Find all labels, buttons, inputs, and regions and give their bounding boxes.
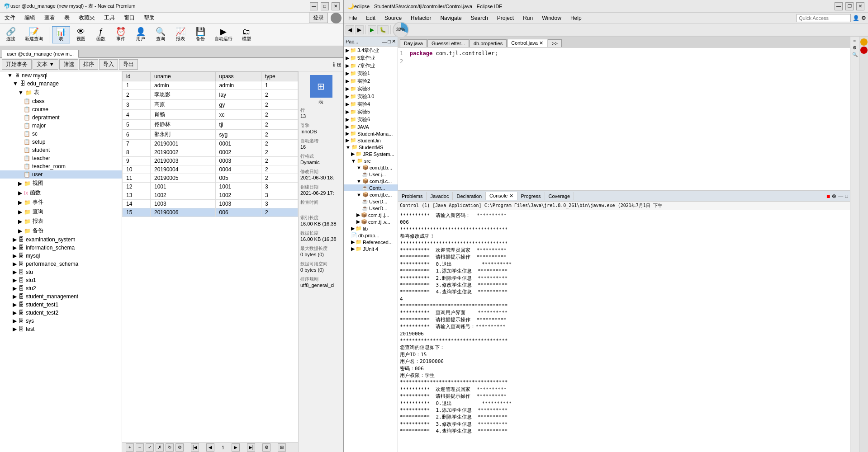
pkg-item-referenced[interactable]: ▶ 📁 Referenced... <box>344 239 398 245</box>
tree-item-queries[interactable]: ▶ 📁 查询 <box>0 207 122 217</box>
emenu-file[interactable]: File <box>346 14 360 22</box>
eclipse-restore-btn[interactable]: ❐ <box>845 2 854 10</box>
tree-item-new-mysql[interactable]: ▼ 🖥 new mysql <box>0 71 122 80</box>
e-tb-fwd[interactable]: ▶ <box>355 25 364 34</box>
quick-access-input[interactable] <box>797 14 851 22</box>
pkg-item-student-jin[interactable]: ▶ 📁 StudentJin <box>344 137 398 144</box>
menu-window[interactable]: 窗口 <box>121 13 138 23</box>
pkg-item-34[interactable]: ▶ 📁 3.4章作业 <box>344 47 398 54</box>
pkg-item-comtjlb[interactable]: ▼ 📦 com.tjl.b... <box>344 164 398 171</box>
tb-event[interactable]: ⏰ 事件 <box>112 26 130 43</box>
right-btn-2[interactable]: ⚙ <box>853 45 857 50</box>
error-marker-2[interactable] <box>860 47 868 54</box>
emenu-window[interactable]: Window <box>539 14 564 22</box>
tab-guesssletter[interactable]: GuesssLetter... <box>427 39 469 47</box>
tb-backup[interactable]: 💾 备份 <box>191 26 209 43</box>
tab-user-table[interactable]: user @edu_manage (new m... <box>2 50 79 58</box>
tree-item-test[interactable]: ▶ 🗄 test <box>0 325 122 333</box>
tb-table[interactable]: 📊 表 <box>52 26 70 43</box>
table-row[interactable]: 13100210023 <box>123 191 298 200</box>
console-content[interactable]: ********** 请输入新密码： **********006********… <box>398 210 850 452</box>
tree-item-setup[interactable]: 📋 setup <box>0 138 122 146</box>
menu-tools[interactable]: 工具 <box>101 13 118 23</box>
tab-control-java[interactable]: Control.java ✕ <box>507 39 547 47</box>
menu-help[interactable]: 帮助 <box>141 13 157 23</box>
tree-item-tables[interactable]: ▼ 📁 表 <box>0 88 122 97</box>
tb-connect[interactable]: 🔗 连接 <box>2 26 20 43</box>
e-tb-back[interactable]: ◀ <box>346 25 354 34</box>
btn-cancel-edit[interactable]: ✗ <box>156 443 164 452</box>
tree-item-course[interactable]: 📋 course <box>0 105 122 113</box>
tree-item-events[interactable]: ▶ 📁 事件 <box>0 198 122 207</box>
btn-next-page[interactable]: ▶ <box>232 443 240 452</box>
emenu-help[interactable]: Help <box>568 14 584 22</box>
perspective-icon[interactable]: 👤 <box>853 15 859 21</box>
tb-report[interactable]: 📈 报表 <box>171 26 190 43</box>
btn-refresh[interactable]: ↻ <box>166 443 174 452</box>
pkg-item-userd1[interactable]: ☕ UserD... <box>344 198 398 205</box>
table-row[interactable]: 72019000100012 <box>123 140 298 148</box>
navicat-maximize-btn[interactable]: □ <box>321 2 329 10</box>
login-btn[interactable]: 登录 <box>309 13 328 23</box>
navicat-close-btn[interactable]: ✕ <box>332 2 340 10</box>
editor-content[interactable]: 1 package com.tjl.controller; 2 <box>398 47 850 190</box>
tree-item-functions[interactable]: ▶ fx 函数 <box>0 188 122 198</box>
tree-item-student-test2[interactable]: ▶ 🗄 student_test2 <box>0 309 122 317</box>
tree-item-mysql[interactable]: ▶ 🗄 mysql <box>0 252 122 260</box>
pkg-item-control[interactable]: ☕ Contr... <box>344 184 398 191</box>
table-row[interactable]: 12100110013 <box>123 183 298 191</box>
btn-text[interactable]: 文本 ▼ <box>33 59 58 70</box>
pkg-item-java[interactable]: ▶ 📁 JAVA <box>344 123 398 130</box>
pkg-item-exp4[interactable]: ▶ 📁 实验4 <box>344 100 398 108</box>
table-row[interactable]: 14100310033 <box>123 200 298 208</box>
btn-begin-tx[interactable]: 开始事务 <box>2 59 32 70</box>
right-btn-1[interactable]: ≡ <box>854 38 856 43</box>
tab-javadoc[interactable]: Javadoc <box>427 192 453 200</box>
tree-item-depratment[interactable]: 📋 depratment <box>0 113 122 122</box>
tab-overflow[interactable]: >> <box>548 39 562 47</box>
btn-last-page[interactable]: ▶| <box>247 443 255 452</box>
tree-item-info-schema[interactable]: ▶ 🗄 information_schema <box>0 244 122 252</box>
pkg-item-userj[interactable]: ☕ User.j... <box>344 171 398 178</box>
pkg-item-exp30[interactable]: ▶ 📁 实验3.0 <box>344 93 398 100</box>
emenu-refactor[interactable]: Refactor <box>408 14 434 22</box>
tree-item-examination[interactable]: ▶ 🗄 examination_system <box>0 235 122 244</box>
pkg-item-jre[interactable]: ▶ 📁 JRE System... <box>344 151 398 157</box>
pkg-item-student-mana[interactable]: ▶ 📁 Student-Mana... <box>344 130 398 137</box>
btn-check[interactable]: ✓ <box>146 443 154 452</box>
btn-export[interactable]: 导出 <box>119 59 138 70</box>
table-row[interactable]: 5佟静林tjl2 <box>123 120 298 130</box>
btn-grid-view[interactable]: ⊞ <box>278 443 286 452</box>
tree-item-teacher-room[interactable]: 📋 teacher_room <box>0 162 122 170</box>
eclipse-close-btn[interactable]: ✕ <box>856 2 864 10</box>
tree-item-views[interactable]: ▶ 📁 视图 <box>0 179 122 188</box>
table-row[interactable]: 92019000300032 <box>123 157 298 165</box>
menu-file[interactable]: 文件 <box>2 13 18 23</box>
tree-item-stu[interactable]: ▶ 🗄 stu <box>0 268 122 276</box>
pkg-item-5[interactable]: ▶ 📁 5章作业 <box>344 54 398 62</box>
pkg-item-comtjlv[interactable]: ▶ 📦 com.tjl.v... <box>344 218 398 225</box>
menu-favorites[interactable]: 收藏夹 <box>76 13 98 23</box>
table-row[interactable]: 82019000200022 <box>123 148 298 157</box>
console-stop-btn[interactable]: ■ <box>826 193 830 200</box>
e-tb-debug[interactable]: 🐛 <box>377 25 389 34</box>
tab-coverage[interactable]: Coverage <box>545 192 574 200</box>
menu-view[interactable]: 查看 <box>42 13 58 23</box>
emenu-project[interactable]: Project <box>494 14 517 22</box>
pkg-item-exp3[interactable]: ▶ 📁 实验3 <box>344 85 398 93</box>
navicat-minimize-btn[interactable]: — <box>310 2 318 10</box>
emenu-source[interactable]: Source <box>382 14 404 22</box>
tb-view[interactable]: 👁 视图 <box>72 26 90 43</box>
tree-item-student-mgmt[interactable]: ▶ 🗄 student_management <box>0 292 122 301</box>
tree-item-student[interactable]: 📋 student <box>0 146 122 154</box>
btn-prev-page[interactable]: ◀ <box>206 443 214 452</box>
info-icon[interactable]: ℹ <box>333 61 335 68</box>
table-row[interactable]: 15201900060062 <box>123 208 298 217</box>
emenu-edit[interactable]: Edit <box>363 14 378 22</box>
table-row[interactable]: 2李思影lay2 <box>123 90 298 100</box>
tab-db-properties[interactable]: db.properties <box>470 39 507 47</box>
btn-first-page[interactable]: |◀ <box>191 443 199 452</box>
tb-model[interactable]: 🗂 模型 <box>237 26 256 43</box>
tb-new-query[interactable]: 📝 新建查询 <box>22 26 46 43</box>
btn-filter[interactable]: 筛选 <box>59 59 78 70</box>
